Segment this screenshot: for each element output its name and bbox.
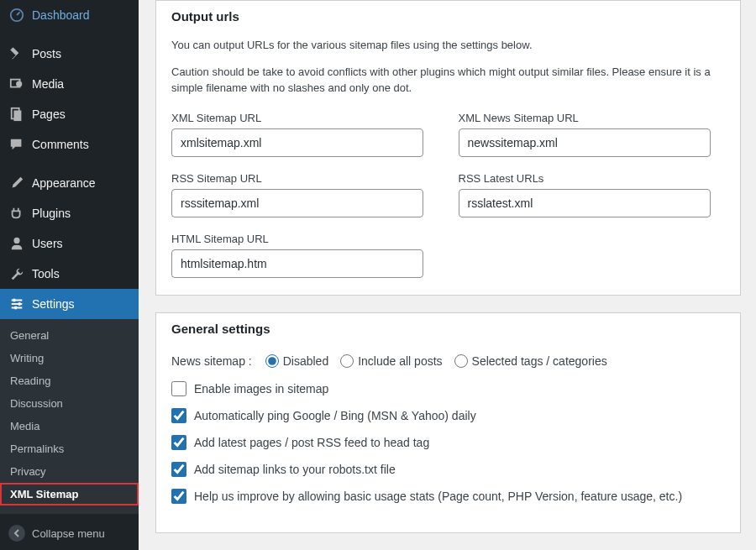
checkbox-rssfeed[interactable] — [171, 435, 186, 450]
submenu-item-general[interactable]: General — [0, 324, 139, 347]
svg-rect-7 — [18, 302, 21, 306]
news-sitemap-radios: News sitemap : Disabled Include all post… — [171, 354, 725, 368]
submenu-item-reading[interactable]: Reading — [0, 369, 139, 392]
sidebar-label: Settings — [32, 297, 75, 311]
svg-point-5 — [13, 238, 19, 244]
sidebar-label: Appearance — [32, 176, 96, 190]
general-settings-title: General settings — [156, 313, 740, 344]
sidebar-item-plugins[interactable]: Plugins — [0, 198, 139, 228]
pin-icon — [8, 45, 25, 62]
sidebar-item-tools[interactable]: Tools — [0, 259, 139, 289]
output-urls-desc1: You can output URLs for the various site… — [171, 37, 725, 54]
svg-rect-6 — [13, 299, 16, 302]
radio-include-input[interactable] — [340, 354, 354, 368]
xml-news-input[interactable] — [459, 128, 711, 157]
output-urls-panel: Output urls You can output URLs for the … — [155, 0, 741, 296]
sidebar-item-comments[interactable]: Comments — [0, 129, 139, 160]
sliders-icon — [8, 296, 25, 312]
chevron-left-icon — [8, 525, 25, 542]
checkbox-robots-label: Add sitemap links to your robots.txt fil… — [194, 463, 396, 476]
main-content: Output urls You can output URLs for the … — [139, 0, 756, 550]
brush-icon — [8, 175, 25, 191]
radio-disabled[interactable]: Disabled — [265, 354, 328, 368]
settings-submenu: General Writing Reading Discussion Media… — [0, 319, 139, 514]
sidebar-item-pages[interactable]: Pages — [0, 99, 139, 129]
pages-icon — [8, 106, 25, 123]
sidebar-item-appearance[interactable]: Appearance — [0, 168, 139, 198]
xml-sitemap-label: XML Sitemap URL — [171, 112, 438, 124]
collapse-label: Collapse menu — [32, 527, 105, 540]
user-icon — [8, 235, 25, 252]
plug-icon — [8, 205, 25, 222]
admin-sidebar: Dashboard Posts Media Pages Comments App… — [0, 0, 139, 550]
comment-icon — [8, 136, 25, 153]
sidebar-label: Tools — [32, 267, 60, 280]
xml-news-label: XML News Sitemap URL — [459, 112, 726, 124]
sidebar-label: Users — [32, 237, 63, 250]
sidebar-item-posts[interactable]: Posts — [0, 39, 139, 69]
checkbox-enable-images[interactable] — [171, 381, 186, 396]
rss-sitemap-input[interactable] — [171, 189, 423, 217]
sidebar-label: Plugins — [32, 207, 71, 220]
media-icon — [8, 76, 25, 92]
submenu-item-media[interactable]: Media — [0, 415, 139, 437]
submenu-item-discussion[interactable]: Discussion — [0, 392, 139, 415]
sidebar-label: Comments — [32, 138, 89, 151]
sidebar-label: Posts — [32, 47, 61, 60]
html-sitemap-label: HTML Sitemap URL — [171, 233, 438, 245]
checkbox-stats[interactable] — [171, 489, 186, 504]
checkbox-enable-images-label: Enable images in sitemap — [194, 382, 328, 395]
checkbox-stats-label: Help us improve by allowing basic usage … — [194, 490, 682, 503]
sidebar-label: Pages — [32, 107, 66, 121]
submenu-item-permalinks[interactable]: Permalinks — [0, 437, 139, 460]
radio-selected-input[interactable] — [454, 354, 468, 368]
sidebar-item-media[interactable]: Media — [0, 69, 139, 99]
checkbox-robots[interactable] — [171, 462, 186, 477]
rss-latest-input[interactable] — [459, 189, 711, 217]
output-urls-desc2: Caution should be take to avoid conflict… — [171, 64, 725, 97]
rss-latest-label: RSS Latest URLs — [459, 172, 726, 185]
svg-rect-4 — [13, 111, 21, 122]
svg-point-2 — [16, 81, 22, 86]
output-urls-title: Output urls — [156, 1, 740, 32]
submenu-item-writing[interactable]: Writing — [0, 347, 139, 369]
sidebar-item-dashboard[interactable]: Dashboard — [0, 0, 139, 30]
collapse-menu-button[interactable]: Collapse menu — [0, 516, 139, 550]
radio-include-all[interactable]: Include all posts — [340, 354, 442, 368]
sidebar-label: Media — [32, 77, 64, 91]
sidebar-item-settings[interactable]: Settings — [0, 289, 139, 319]
html-sitemap-input[interactable] — [171, 249, 423, 278]
checkbox-ping-label: Automatically ping Google / Bing (MSN & … — [194, 409, 476, 422]
svg-rect-8 — [14, 306, 17, 310]
sidebar-item-users[interactable]: Users — [0, 228, 139, 259]
xml-sitemap-input[interactable] — [171, 128, 423, 157]
sidebar-label: Dashboard — [32, 8, 90, 22]
submenu-item-privacy[interactable]: Privacy — [0, 460, 139, 483]
dashboard-icon — [8, 7, 25, 24]
checkbox-rssfeed-label: Add latest pages / post RSS feed to head… — [194, 436, 429, 449]
submenu-item-xml-sitemap[interactable]: XML Sitemap — [0, 483, 139, 505]
radio-disabled-input[interactable] — [265, 354, 279, 368]
checkbox-ping[interactable] — [171, 408, 186, 423]
news-sitemap-label: News sitemap : — [171, 354, 252, 368]
wrench-icon — [8, 265, 25, 282]
rss-sitemap-label: RSS Sitemap URL — [171, 172, 438, 185]
general-settings-panel: General settings News sitemap : Disabled… — [155, 312, 741, 533]
radio-selected[interactable]: Selected tags / categories — [454, 354, 607, 368]
